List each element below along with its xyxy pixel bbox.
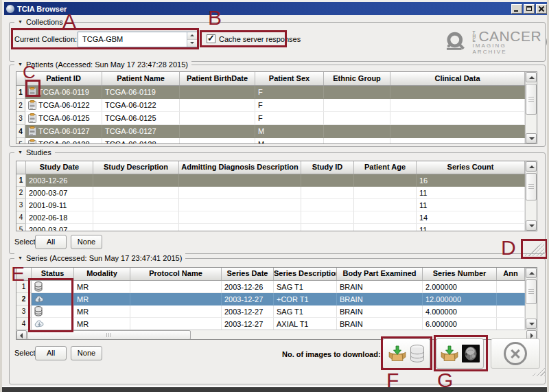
series-row[interactable]: 2 MR 2003-12-27 +COR T1 BRAIN 12.000000 — [16, 293, 537, 305]
studies-select-all-button[interactable]: All — [35, 235, 67, 249]
series-row[interactable]: 3 MR 2003-12-27 SAG T1 BRAIN 4.000000 — [16, 305, 537, 318]
patient-row[interactable]: 4 TCGA-06-0127 TCGA-06-0127 M — [16, 125, 537, 138]
column-header[interactable]: Patient Sex — [255, 72, 324, 85]
column-header[interactable]: Protocol Name — [130, 268, 222, 280]
column-header[interactable]: Patient BirthDate — [180, 72, 255, 85]
annotation-box-d — [521, 239, 548, 259]
collapse-arrow-icon: ▼ — [18, 17, 23, 27]
study-row[interactable]: 4 2002-06-18 14 — [16, 211, 537, 224]
cancel-x-icon — [504, 342, 527, 365]
patient-record-icon — [28, 126, 36, 136]
scroll-down-icon[interactable] — [526, 220, 537, 231]
annotation-letter-b: B — [208, 8, 222, 28]
annotation-box-f — [381, 336, 432, 370]
series-vertical-scrollbar[interactable] — [525, 268, 537, 330]
column-header[interactable]: Patient Name — [102, 72, 180, 85]
patients-table-header[interactable]: Patient ID Patient Name Patient BirthDat… — [16, 72, 537, 86]
patient-row[interactable]: 3 TCGA-06-0125 TCGA-06-0125 F — [16, 112, 537, 125]
column-header[interactable]: Series Count — [417, 161, 525, 174]
study-row[interactable]: 5 2000-03-07 11 — [16, 224, 537, 231]
window-title: TCIA Browser — [17, 5, 67, 13]
scroll-left-icon[interactable] — [16, 330, 27, 340]
annotation-letter-g: G — [437, 370, 453, 391]
studies-vertical-scrollbar[interactable] — [525, 161, 537, 231]
patient-row[interactable]: 2 TCGA-06-0122 TCGA-06-0122 F — [16, 99, 537, 112]
series-row[interactable]: 4 MR 2003-12-27 AXIAL T1 BRAIN 6.000000 — [16, 318, 537, 330]
study-row[interactable]: 3 2001-09-11 11 — [16, 199, 537, 211]
patients-section-title: Patients (Accessed: Sun May 17 23:47:28 … — [26, 60, 188, 69]
column-header[interactable]: Study Date — [26, 161, 93, 174]
patient-record-icon — [28, 139, 36, 144]
column-header[interactable]: Patient Age — [354, 161, 417, 174]
column-header[interactable]: Clinical Data — [390, 72, 525, 85]
annotation-letter-c: C — [23, 63, 36, 81]
scroll-down-icon[interactable] — [526, 133, 537, 143]
column-header[interactable]: Body Part Examined — [337, 268, 423, 280]
series-select-all-button[interactable]: All — [35, 346, 67, 360]
annotation-letter-f: F — [386, 370, 399, 391]
collections-section-header[interactable]: ▼ Collections — [14, 17, 67, 27]
patients-vertical-scrollbar[interactable] — [525, 72, 537, 143]
collapse-arrow-icon: ▼ — [18, 148, 23, 157]
scroll-thumb[interactable] — [526, 279, 537, 304]
annotation-box-a — [11, 28, 199, 49]
patient-record-icon — [28, 113, 36, 123]
studies-section-header[interactable]: ▼ Studies — [14, 148, 55, 157]
annotation-box-c — [25, 80, 40, 97]
annotation-letter-e: E — [11, 264, 25, 284]
studies-section-title: Studies — [26, 148, 51, 157]
annotation-box-e — [28, 278, 73, 332]
studies-table-header[interactable]: Study Date Study Description Admitting D… — [16, 161, 537, 174]
studies-select-none-button[interactable]: None — [71, 235, 102, 249]
patient-row[interactable]: 1 TCGA-06-0119 TCGA-06-0119 F — [16, 86, 537, 99]
column-header[interactable]: Series Number — [423, 268, 497, 280]
cancel-button[interactable] — [491, 338, 540, 369]
studies-table: Study Date Study Description Admitting D… — [16, 161, 537, 231]
studies-select-label: Select: — [14, 238, 38, 246]
patient-row[interactable]: 5 TCGA-06-0128 TCGA-06-0128 M — [16, 138, 537, 144]
scroll-up-icon[interactable] — [526, 72, 537, 82]
window-bottom-edge — [2, 386, 549, 392]
column-header[interactable]: Admitting Diagnosis Description — [179, 161, 301, 174]
column-header[interactable]: Study Description — [93, 161, 179, 174]
annotation-box-b — [200, 30, 287, 47]
annotation-box-g — [434, 335, 488, 371]
collapse-arrow-icon: ▼ — [18, 60, 23, 69]
series-table-header[interactable]: Status Modality Protocol Name Series Dat… — [16, 268, 537, 281]
minimize-button[interactable] — [511, 4, 522, 14]
scroll-up-icon[interactable] — [526, 161, 537, 172]
column-header[interactable]: Series Description — [274, 268, 337, 280]
close-button[interactable] — [536, 4, 547, 14]
images-to-download-label: No. of images to download: 46 — [282, 350, 391, 358]
tcia-logo: THE CANCER IMAGING ARCHIVE — [445, 28, 549, 55]
scroll-down-icon[interactable] — [526, 319, 537, 329]
scroll-thumb[interactable] — [526, 173, 537, 200]
logo-sphere-icon — [546, 32, 549, 52]
column-header[interactable]: Modality — [74, 268, 130, 280]
patients-section-header[interactable]: ▼ Patients (Accessed: Sun May 17 23:47:2… — [14, 60, 191, 69]
series-select-label: Select: — [14, 349, 38, 357]
patient-record-icon — [28, 100, 36, 110]
maximize-button[interactable] — [524, 4, 535, 14]
scroll-up-icon[interactable] — [526, 268, 537, 278]
app-icon — [6, 5, 14, 13]
ct-scanner-icon — [445, 31, 468, 53]
column-header[interactable]: Series Date — [222, 268, 274, 280]
series-section-title: Series (Accessed: Sun May 17 23:47:41 20… — [26, 253, 182, 263]
column-header[interactable]: Study ID — [301, 161, 354, 174]
titlebar[interactable]: TCIA Browser — [4, 2, 549, 15]
collapse-arrow-icon: ▼ — [18, 253, 23, 263]
logo-subtitle-text: IMAGING ARCHIVE — [472, 43, 542, 55]
series-section-header[interactable]: ▼ Series (Accessed: Sun May 17 23:47:41 … — [14, 253, 185, 263]
series-select-none-button[interactable]: None — [71, 346, 102, 360]
collections-section-title: Collections — [26, 17, 63, 27]
series-row[interactable]: 1 MR 2003-12-26 SAG T1 BRAIN 2.000000 — [16, 281, 537, 293]
patients-table: Patient ID Patient Name Patient BirthDat… — [16, 71, 537, 144]
study-row[interactable]: 1 2003-12-26 16 — [16, 174, 537, 187]
column-header[interactable]: Ann — [497, 268, 525, 280]
column-header[interactable]: Ethnic Group — [324, 72, 390, 85]
study-row[interactable]: 2 2000-03-07 11 — [16, 187, 537, 199]
tcia-browser-window: TCIA Browser ▼ Collections Current Colle… — [0, 0, 549, 392]
scroll-thumb[interactable] — [526, 84, 537, 115]
series-table: Status Modality Protocol Name Series Dat… — [16, 267, 537, 340]
